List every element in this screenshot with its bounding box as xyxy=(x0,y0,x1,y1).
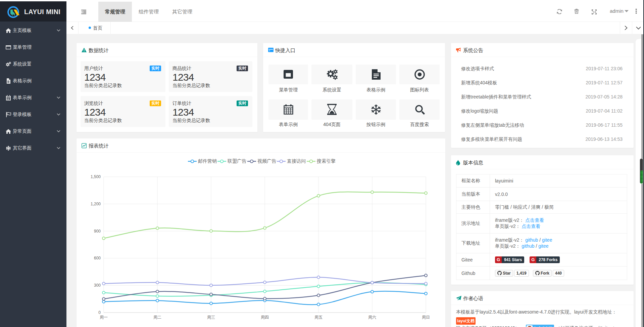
svg-text:周三: 周三 xyxy=(207,315,215,320)
svg-text:600: 600 xyxy=(94,256,101,260)
svg-text:1,500: 1,500 xyxy=(91,174,101,179)
svg-text:0: 0 xyxy=(98,310,101,315)
svg-text:900: 900 xyxy=(94,229,101,234)
svg-text:周二: 周二 xyxy=(153,315,161,320)
svg-text:周五: 周五 xyxy=(314,315,323,320)
svg-text:300: 300 xyxy=(94,283,101,288)
svg-text:周四: 周四 xyxy=(261,315,269,320)
svg-text:周一: 周一 xyxy=(100,315,108,320)
svg-text:1,200: 1,200 xyxy=(91,202,101,206)
svg-text:周日: 周日 xyxy=(422,315,430,320)
svg-text:周六: 周六 xyxy=(368,315,376,320)
